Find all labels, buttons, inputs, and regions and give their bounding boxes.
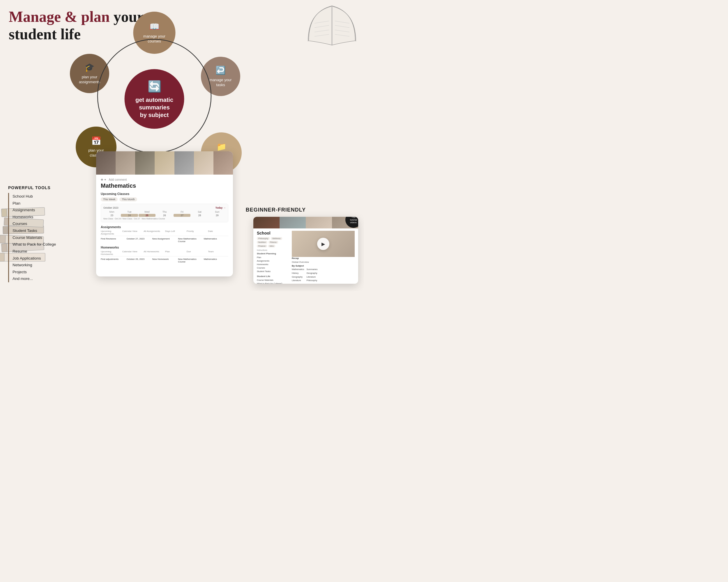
courses-label: manage yourcourses bbox=[143, 34, 165, 44]
video-main: ▶ Recap Global Overview By Subject Mathe… bbox=[292, 231, 355, 284]
subj-chemistry: Literature bbox=[292, 279, 304, 282]
play-button[interactable]: ▶ bbox=[317, 238, 329, 250]
homeworks-section: Homeworks Upcoming Homeworks Calendar Vi… bbox=[101, 246, 228, 264]
node-assignments: 🎓 plan yourassignments bbox=[70, 54, 109, 93]
sum-philosophy: Philosophy bbox=[307, 279, 318, 282]
hw-col-upcoming: Upcoming Homeworks bbox=[101, 250, 121, 255]
tool-networking: Networking bbox=[12, 261, 98, 269]
tab-finance[interactable]: Finance bbox=[257, 245, 267, 247]
tab-fitness[interactable]: Fitness bbox=[268, 241, 278, 244]
cal-event-1: New Class · Oct 24 / New Class · Oct 27 … bbox=[103, 218, 226, 220]
col-priority: Priority bbox=[187, 230, 207, 235]
sp-assignments: Assignments bbox=[257, 259, 289, 263]
book-illustration bbox=[300, 0, 364, 50]
notion-toolbar: ✚ ✦ Add comment bbox=[101, 178, 228, 181]
photo-4 bbox=[155, 151, 174, 175]
sum-literature: Literature bbox=[307, 275, 318, 279]
cal-28: 28 bbox=[191, 214, 208, 217]
video-card-inner: +50 tutorialvideos bbox=[253, 217, 358, 228]
node-center: 🔄 get automaticsummariesby subject bbox=[125, 69, 184, 129]
sp-tasks: Student Tasks bbox=[257, 270, 289, 273]
notion-filters: This Week This Month bbox=[101, 197, 228, 201]
svg-rect-15 bbox=[0, 235, 5, 243]
summaries-list: Summaries Geography Literature Philosoph… bbox=[307, 268, 318, 282]
by-subject-title: By Subject bbox=[292, 265, 355, 267]
assignments-section: Assignments Upcoming Assignments Calenda… bbox=[101, 225, 228, 243]
svg-rect-13 bbox=[1, 244, 7, 252]
cal-today: Today → bbox=[215, 206, 226, 209]
photo-6 bbox=[194, 151, 213, 175]
cal-26: 26 bbox=[156, 214, 173, 217]
tool-student-tasks: Student Tasks bbox=[12, 227, 98, 234]
col-date: Date bbox=[208, 230, 228, 235]
filter-this-week[interactable]: This Week bbox=[101, 197, 118, 201]
hw-course: New Mathematics Course bbox=[178, 258, 202, 263]
nav-tabs: Philosophy Wellness Nutrition Fitness Fi… bbox=[257, 237, 289, 247]
cal-mon: Mon bbox=[103, 211, 120, 213]
col-all: All Assignments bbox=[144, 230, 164, 235]
photo-3 bbox=[135, 151, 155, 175]
assignment-type: Mathematics bbox=[204, 238, 228, 243]
cal-sat: Sat bbox=[191, 211, 208, 213]
instructions-label: Instructions bbox=[257, 249, 289, 251]
tools-list: School Hub Plan Assignments Homeworks Co… bbox=[8, 193, 98, 282]
courses-icon: 📖 bbox=[149, 22, 160, 32]
tab-nutrition[interactable]: Nutrition bbox=[257, 241, 267, 244]
cal-tue: Tue bbox=[121, 211, 138, 213]
cal-23: 23 bbox=[103, 214, 120, 217]
tab-intro[interactable]: Intro bbox=[268, 245, 275, 247]
cal-24: 24 bbox=[121, 214, 138, 217]
student-planning-section: Student Planning Plan Assignments Homewo… bbox=[257, 252, 289, 273]
cal-wed: Wed bbox=[139, 211, 156, 213]
hw-col-team: Team bbox=[208, 250, 228, 255]
hw-col-plan: Plan bbox=[165, 250, 185, 255]
tool-resume: Resume bbox=[12, 248, 98, 255]
tool-plan: Plan bbox=[12, 200, 98, 207]
assignments-label: plan yourassignments bbox=[79, 75, 100, 85]
beginner-label: BEGINNER-FRIENDLY bbox=[246, 207, 306, 213]
assignments-icon: 🎓 bbox=[84, 62, 95, 73]
tool-job-applications: Job Applications bbox=[12, 255, 98, 262]
thumb-2 bbox=[280, 217, 306, 228]
assignment-name: Find Revisions bbox=[101, 238, 125, 243]
center-label: get automaticsummariesby subject bbox=[135, 96, 173, 119]
tool-what-to-pack: What to Pack for College bbox=[12, 241, 98, 248]
svg-rect-17 bbox=[3, 226, 8, 234]
cal-fri: Fri bbox=[174, 211, 190, 213]
student-life-section: Student Life Course Materials What to Pa… bbox=[257, 275, 289, 284]
notion-photos bbox=[96, 151, 233, 175]
assignment-date: October 27, 2023 bbox=[126, 238, 151, 243]
hw-col-due: Due bbox=[187, 250, 207, 255]
tab-wellness[interactable]: Wellness bbox=[271, 237, 282, 240]
cal-month: October 2023 bbox=[103, 206, 119, 209]
thumb-1 bbox=[253, 217, 280, 228]
photo-5 bbox=[175, 151, 194, 175]
hw-new: New Homework bbox=[152, 258, 177, 263]
video-card: +50 tutorialvideos School Philosophy Wel… bbox=[253, 217, 358, 284]
sp-homeworks: Homeworks bbox=[257, 263, 289, 266]
add-comment[interactable]: Add comment bbox=[109, 178, 127, 181]
tab-philosophy[interactable]: Philosophy bbox=[257, 237, 270, 240]
tool-assignments: Assignments bbox=[12, 206, 98, 214]
assignments-title: Assignments bbox=[101, 225, 228, 229]
recap-title: Recap bbox=[292, 257, 355, 259]
assignment-row-1: Find Revisions October 27, 2023 New Assi… bbox=[101, 237, 228, 243]
col-upcoming: Upcoming Assignments bbox=[101, 230, 121, 235]
tool-school-hub: School Hub bbox=[12, 193, 98, 200]
homework-row-1: Find adjustments October 26, 2023 New Ho… bbox=[101, 257, 228, 264]
notion-page-title: Mathematics bbox=[101, 183, 228, 189]
subject-columns: Mathematics History Geography Literature… bbox=[292, 268, 355, 282]
assignment-new: New Assignment bbox=[152, 238, 177, 243]
thumb-3 bbox=[306, 217, 332, 228]
sl-course-materials: Course Materials bbox=[257, 278, 289, 282]
assignment-course: New Mathematics Course bbox=[178, 238, 202, 243]
toolbar-icons: ✚ ✦ bbox=[101, 178, 106, 181]
tool-projects: Projects bbox=[12, 269, 98, 276]
global-overview: Global Overview bbox=[292, 261, 355, 264]
hw-type: Mathematics bbox=[204, 258, 228, 263]
badge-sub: tutorialvideos bbox=[350, 219, 357, 224]
homeworks-table-header: Upcoming Homeworks Calendar View All Hom… bbox=[101, 250, 228, 256]
sp-plan: Plan bbox=[257, 256, 289, 259]
filter-this-month[interactable]: This Month bbox=[120, 197, 137, 201]
cal-sun: Sun bbox=[209, 211, 226, 213]
